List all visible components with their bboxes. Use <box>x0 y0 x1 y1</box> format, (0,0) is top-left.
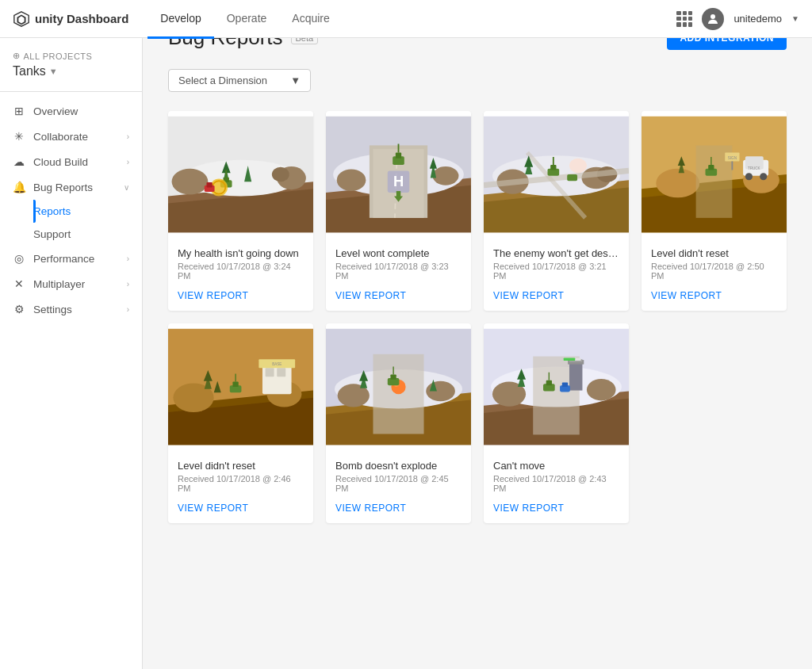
bug-card-date-3: Received 10/17/2018 @ 3:21 PM <box>493 262 619 281</box>
top-nav-links: Develop Operate Acquire <box>147 0 676 38</box>
svg-point-33 <box>337 170 366 191</box>
collaborate-icon: ✳ <box>13 130 25 143</box>
svg-rect-82 <box>277 368 285 377</box>
bug-card-body-5: Level didn't reset Received 10/17/2018 @… <box>168 450 313 523</box>
sidebar-item-settings[interactable]: ⚙ Settings › <box>0 296 142 322</box>
svg-text:TRUCK: TRUCK <box>748 166 760 170</box>
bug-card-image-4: TRUCK SIGN <box>642 111 787 238</box>
bug-card-image-5: BASE <box>168 323 313 450</box>
overview-icon: ⊞ <box>13 105 25 117</box>
bug-card-title-1: My health isn't going down <box>178 247 304 259</box>
sidebar: ⊕ All Projects Tanks ▼ ⊞ Overview ✳ Coll… <box>0 38 143 549</box>
performance-icon: ◎ <box>13 252 25 265</box>
svg-rect-73 <box>731 162 733 170</box>
settings-chevron-icon: › <box>127 305 129 314</box>
bug-card-body-2: Level wont complete Received 10/17/2018 … <box>326 238 471 311</box>
user-name[interactable]: unitedemo <box>733 13 782 25</box>
project-chevron-icon: ▼ <box>49 67 58 76</box>
cloud-build-icon: ☁ <box>13 155 25 168</box>
sidebar-divider <box>0 91 142 92</box>
user-menu-chevron-icon[interactable]: ▼ <box>791 14 799 23</box>
bug-card-title-3: The enemy won't get dest... <box>493 247 619 259</box>
bug-card-body-6: Bomb doesn't explode Received 10/17/2018… <box>326 450 471 523</box>
view-report-link-7[interactable]: VIEW REPORT <box>493 503 564 514</box>
bug-reports-grid: My health isn't going down Received 10/1… <box>168 111 787 523</box>
apps-grid-icon[interactable] <box>676 11 692 27</box>
sidebar-item-bug-reports[interactable]: 🔔 Bug Reports ∨ <box>0 174 142 200</box>
sidebar-item-multiplayer[interactable]: ✕ Multiplayer › <box>0 271 142 296</box>
sidebar-item-performance[interactable]: ◎ Performance › <box>0 246 142 271</box>
svg-rect-49 <box>550 165 556 170</box>
top-nav-right: unitedemo ▼ <box>676 8 799 30</box>
project-name[interactable]: Tanks ▼ <box>0 64 142 91</box>
svg-point-59 <box>656 169 699 198</box>
bug-card-3[interactable]: The enemy won't get dest... Received 10/… <box>484 111 629 311</box>
view-report-link-5[interactable]: VIEW REPORT <box>178 503 248 514</box>
bug-card-title-6: Bomb doesn't explode <box>335 460 462 472</box>
bug-card-date-7: Received 10/17/2018 @ 2:43 PM <box>493 474 619 493</box>
svg-point-3 <box>710 14 715 19</box>
nav-acquire[interactable]: Acquire <box>279 1 342 39</box>
dimension-selector[interactable]: Select a Dimension ▼ <box>168 69 311 92</box>
top-nav: unity Dashboard Develop Operate Acquire … <box>0 0 812 38</box>
multiplayer-chevron-icon: › <box>127 280 129 289</box>
nav-develop[interactable]: Develop <box>147 1 213 39</box>
bug-card-title-2: Level wont complete <box>335 247 462 259</box>
logo[interactable]: unity Dashboard <box>13 10 128 28</box>
bug-card-date-6: Received 10/17/2018 @ 2:45 PM <box>335 474 462 493</box>
view-report-link-1[interactable]: VIEW REPORT <box>178 290 248 301</box>
bug-card-title-4: Level didn't reset <box>651 247 777 259</box>
performance-chevron-icon: › <box>127 254 129 263</box>
bug-card-4[interactable]: TRUCK SIGN Level didn't reset Received 1… <box>642 111 787 311</box>
all-projects-label[interactable]: ⊕ All Projects <box>0 51 142 64</box>
bug-card-title-7: Can't move <box>493 460 619 472</box>
svg-rect-117 <box>564 357 576 361</box>
nav-operate[interactable]: Operate <box>214 1 280 39</box>
sidebar-item-overview[interactable]: ⊞ Overview <box>0 98 142 124</box>
active-indicator <box>33 200 36 223</box>
bug-card-1[interactable]: My health isn't going down Received 10/1… <box>168 111 313 311</box>
sidebar-sub-item-reports[interactable]: Reports <box>33 200 142 223</box>
bug-card-2[interactable]: H Level wont complete <box>326 111 471 311</box>
collaborate-chevron-icon: › <box>127 132 129 141</box>
svg-rect-122 <box>562 383 568 387</box>
bug-reports-chevron-icon: ∨ <box>124 183 129 192</box>
view-report-link-3[interactable]: VIEW REPORT <box>493 290 564 301</box>
bug-card-6[interactable]: Bomb doesn't explode Received 10/17/2018… <box>326 323 471 523</box>
bug-card-body-4: Level didn't reset Received 10/17/2018 @… <box>642 238 787 311</box>
svg-rect-81 <box>266 368 274 377</box>
bug-card-date-4: Received 10/17/2018 @ 2:50 PM <box>651 262 777 281</box>
person-icon <box>706 12 720 26</box>
svg-rect-119 <box>546 380 552 385</box>
sidebar-item-cloud-build[interactable]: ☁ Cloud Build › <box>0 149 142 174</box>
svg-rect-20 <box>206 182 212 187</box>
svg-text:SIGN: SIGN <box>728 156 737 160</box>
svg-text:BASE: BASE <box>272 362 282 366</box>
bug-card-body-1: My health isn't going down Received 10/1… <box>168 238 313 311</box>
svg-text:H: H <box>393 173 404 189</box>
sidebar-sub-item-support[interactable]: Support <box>33 223 142 246</box>
bug-card-5[interactable]: BASE Level didn't reset Received 10/17/2… <box>168 323 313 523</box>
bug-card-body-3: The enemy won't get dest... Received 10/… <box>484 238 629 311</box>
sidebar-item-collaborate[interactable]: ✳ Collaborate › <box>0 124 142 149</box>
svg-point-111 <box>587 379 616 400</box>
bug-card-date-1: Received 10/17/2018 @ 3:24 PM <box>178 262 304 281</box>
settings-icon: ⚙ <box>13 303 25 315</box>
bug-card-7[interactable]: Can't move Received 10/17/2018 @ 2:43 PM… <box>484 323 629 523</box>
svg-point-52 <box>569 159 587 173</box>
main-content: Bug Reports Beta ADD INTEGRATION Select … <box>143 0 812 549</box>
bug-card-image-3 <box>484 111 629 238</box>
svg-rect-86 <box>232 382 238 387</box>
view-report-link-6[interactable]: VIEW REPORT <box>335 503 406 514</box>
view-report-link-2[interactable]: VIEW REPORT <box>335 290 406 301</box>
user-avatar-icon[interactable] <box>702 8 724 30</box>
view-report-link-4[interactable]: VIEW REPORT <box>651 290 722 301</box>
svg-rect-31 <box>396 153 401 159</box>
bug-card-image-6 <box>326 323 471 450</box>
dimension-chevron-icon: ▼ <box>290 75 301 86</box>
svg-point-64 <box>745 173 753 180</box>
svg-point-10 <box>272 167 289 182</box>
bug-card-title-5: Level didn't reset <box>178 460 304 472</box>
cloud-build-chevron-icon: › <box>127 158 129 166</box>
svg-point-65 <box>760 173 767 180</box>
